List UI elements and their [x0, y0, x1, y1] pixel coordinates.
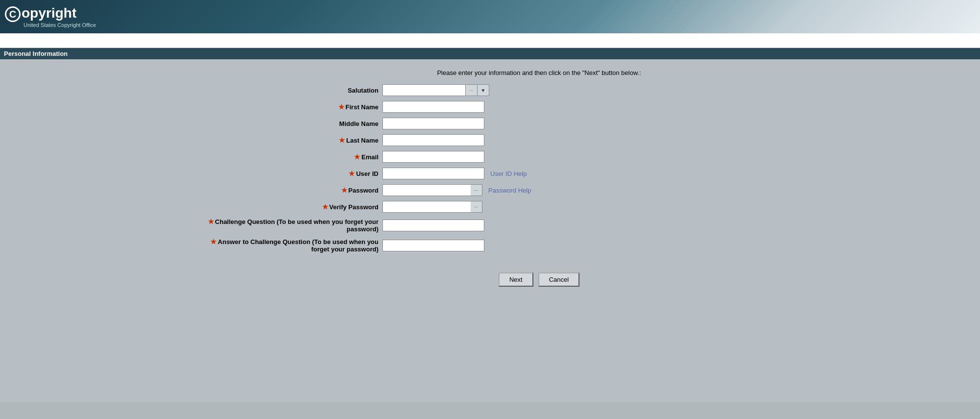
first-name-input[interactable]: [382, 101, 484, 113]
logo: Copyright United States Copyright Office: [5, 6, 96, 28]
password-required-star: ★: [341, 186, 348, 194]
middle-name-input[interactable]: [382, 118, 484, 129]
challenge-question-required-star: ★: [208, 218, 214, 225]
logo-subtitle: United States Copyright Office: [24, 22, 96, 28]
form-container: Salutation ··· ▼ ★First Name Middle Name…: [0, 84, 980, 258]
cancel-button[interactable]: Cancel: [538, 272, 579, 287]
challenge-question-input[interactable]: [382, 220, 484, 231]
email-label: ★Email: [196, 153, 382, 161]
logo-copyright-text: opyright: [22, 5, 76, 21]
salutation-input[interactable]: [382, 84, 466, 96]
verify-password-required-star: ★: [322, 203, 328, 211]
logo-text: Copyright: [5, 6, 96, 22]
answer-label: ★Answer to Challenge Question (To be use…: [196, 238, 382, 253]
last-name-required-star: ★: [339, 136, 345, 144]
middle-name-row: Middle Name: [196, 118, 980, 129]
instruction-text: Please enter your information and then c…: [0, 69, 980, 76]
password-input[interactable]: [382, 184, 471, 196]
password-row: ★Password ··· Password Help: [196, 184, 980, 196]
salutation-dots-button[interactable]: ···: [466, 84, 477, 96]
salutation-wrapper: ··· ▼: [382, 84, 489, 96]
verify-password-label: ★Verify Password: [196, 203, 382, 211]
verify-password-wrapper: ···: [382, 201, 482, 213]
email-required-star: ★: [354, 153, 360, 161]
password-dots-button[interactable]: ···: [471, 184, 482, 196]
last-name-row: ★Last Name: [196, 134, 980, 146]
email-input[interactable]: [382, 151, 484, 163]
verify-password-row: ★Verify Password ···: [196, 201, 980, 213]
logo-c: C: [5, 6, 21, 22]
last-name-label: ★Last Name: [196, 136, 382, 144]
password-help-link[interactable]: Password Help: [488, 187, 531, 194]
main-content: Please enter your information and then c…: [0, 59, 980, 402]
password-label: ★Password: [196, 186, 382, 194]
email-row: ★Email: [196, 151, 980, 163]
user-id-row: ★User ID User ID Help: [196, 168, 980, 179]
password-wrapper: ···: [382, 184, 482, 196]
salutation-dropdown-button[interactable]: ▼: [477, 84, 489, 96]
button-row: Next Cancel: [0, 272, 980, 287]
first-name-label: ★First Name: [196, 103, 382, 111]
salutation-label: Salutation: [196, 87, 382, 94]
nav-bar: [0, 33, 980, 48]
salutation-row: Salutation ··· ▼: [196, 84, 980, 96]
answer-row: ★Answer to Challenge Question (To be use…: [196, 238, 980, 253]
user-id-input[interactable]: [382, 168, 484, 179]
answer-input[interactable]: [382, 240, 484, 251]
user-id-label: ★User ID: [196, 170, 382, 177]
answer-required-star: ★: [210, 238, 217, 246]
user-id-required-star: ★: [349, 170, 355, 177]
middle-name-label: Middle Name: [196, 120, 382, 127]
section-header: Personal Information: [0, 48, 980, 59]
challenge-question-label: ★Challenge Question (To be used when you…: [196, 218, 382, 233]
first-name-required-star: ★: [338, 103, 345, 111]
next-button[interactable]: Next: [499, 272, 533, 287]
user-id-help-link[interactable]: User ID Help: [490, 170, 527, 177]
challenge-question-row: ★Challenge Question (To be used when you…: [196, 218, 980, 233]
verify-password-input[interactable]: [382, 201, 471, 213]
first-name-row: ★First Name: [196, 101, 980, 113]
last-name-input[interactable]: [382, 134, 484, 146]
verify-password-dots-button[interactable]: ···: [471, 201, 482, 213]
header: Copyright United States Copyright Office: [0, 0, 980, 33]
section-title: Personal Information: [4, 50, 68, 57]
